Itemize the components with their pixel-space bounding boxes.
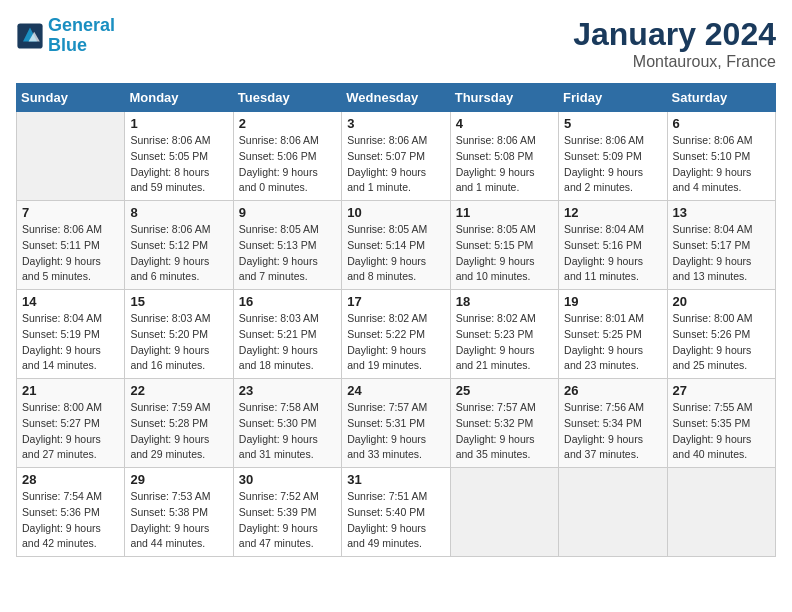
day-number: 6: [673, 116, 770, 131]
day-number: 11: [456, 205, 553, 220]
day-info: Sunrise: 8:00 AM Sunset: 5:26 PM Dayligh…: [673, 311, 770, 374]
day-info: Sunrise: 7:57 AM Sunset: 5:31 PM Dayligh…: [347, 400, 444, 463]
logo-line1: General: [48, 15, 115, 35]
calendar-cell: 22Sunrise: 7:59 AM Sunset: 5:28 PM Dayli…: [125, 379, 233, 468]
title-area: January 2024 Montauroux, France: [573, 16, 776, 71]
day-number: 14: [22, 294, 119, 309]
day-info: Sunrise: 8:06 AM Sunset: 5:05 PM Dayligh…: [130, 133, 227, 196]
day-number: 19: [564, 294, 661, 309]
day-number: 4: [456, 116, 553, 131]
day-number: 20: [673, 294, 770, 309]
day-info: Sunrise: 8:02 AM Sunset: 5:23 PM Dayligh…: [456, 311, 553, 374]
day-info: Sunrise: 7:56 AM Sunset: 5:34 PM Dayligh…: [564, 400, 661, 463]
day-info: Sunrise: 8:00 AM Sunset: 5:27 PM Dayligh…: [22, 400, 119, 463]
day-number: 12: [564, 205, 661, 220]
day-number: 7: [22, 205, 119, 220]
calendar-cell: 17Sunrise: 8:02 AM Sunset: 5:22 PM Dayli…: [342, 290, 450, 379]
calendar-subtitle: Montauroux, France: [573, 53, 776, 71]
day-number: 17: [347, 294, 444, 309]
week-row-3: 21Sunrise: 8:00 AM Sunset: 5:27 PM Dayli…: [17, 379, 776, 468]
day-info: Sunrise: 8:01 AM Sunset: 5:25 PM Dayligh…: [564, 311, 661, 374]
week-row-4: 28Sunrise: 7:54 AM Sunset: 5:36 PM Dayli…: [17, 468, 776, 557]
day-info: Sunrise: 7:53 AM Sunset: 5:38 PM Dayligh…: [130, 489, 227, 552]
day-info: Sunrise: 8:06 AM Sunset: 5:10 PM Dayligh…: [673, 133, 770, 196]
calendar-cell: 31Sunrise: 7:51 AM Sunset: 5:40 PM Dayli…: [342, 468, 450, 557]
day-number: 26: [564, 383, 661, 398]
calendar-title: January 2024: [573, 16, 776, 53]
calendar-body: 1Sunrise: 8:06 AM Sunset: 5:05 PM Daylig…: [17, 112, 776, 557]
day-info: Sunrise: 8:03 AM Sunset: 5:20 PM Dayligh…: [130, 311, 227, 374]
header-cell-sunday: Sunday: [17, 84, 125, 112]
day-number: 31: [347, 472, 444, 487]
calendar-cell: 9Sunrise: 8:05 AM Sunset: 5:13 PM Daylig…: [233, 201, 341, 290]
week-row-1: 7Sunrise: 8:06 AM Sunset: 5:11 PM Daylig…: [17, 201, 776, 290]
calendar-cell: 5Sunrise: 8:06 AM Sunset: 5:09 PM Daylig…: [559, 112, 667, 201]
calendar-cell: 19Sunrise: 8:01 AM Sunset: 5:25 PM Dayli…: [559, 290, 667, 379]
day-number: 30: [239, 472, 336, 487]
calendar-cell: 6Sunrise: 8:06 AM Sunset: 5:10 PM Daylig…: [667, 112, 775, 201]
header: General Blue January 2024 Montauroux, Fr…: [16, 16, 776, 71]
calendar-cell: 15Sunrise: 8:03 AM Sunset: 5:20 PM Dayli…: [125, 290, 233, 379]
logo-line2: Blue: [48, 35, 87, 55]
calendar-cell: 25Sunrise: 7:57 AM Sunset: 5:32 PM Dayli…: [450, 379, 558, 468]
day-info: Sunrise: 8:06 AM Sunset: 5:07 PM Dayligh…: [347, 133, 444, 196]
day-number: 29: [130, 472, 227, 487]
calendar-table: SundayMondayTuesdayWednesdayThursdayFrid…: [16, 83, 776, 557]
day-number: 15: [130, 294, 227, 309]
day-number: 10: [347, 205, 444, 220]
day-info: Sunrise: 8:04 AM Sunset: 5:17 PM Dayligh…: [673, 222, 770, 285]
header-row: SundayMondayTuesdayWednesdayThursdayFrid…: [17, 84, 776, 112]
calendar-cell: 8Sunrise: 8:06 AM Sunset: 5:12 PM Daylig…: [125, 201, 233, 290]
calendar-cell: 12Sunrise: 8:04 AM Sunset: 5:16 PM Dayli…: [559, 201, 667, 290]
day-info: Sunrise: 8:04 AM Sunset: 5:16 PM Dayligh…: [564, 222, 661, 285]
day-number: 27: [673, 383, 770, 398]
day-number: 28: [22, 472, 119, 487]
calendar-cell: 30Sunrise: 7:52 AM Sunset: 5:39 PM Dayli…: [233, 468, 341, 557]
day-info: Sunrise: 7:52 AM Sunset: 5:39 PM Dayligh…: [239, 489, 336, 552]
calendar-cell: 2Sunrise: 8:06 AM Sunset: 5:06 PM Daylig…: [233, 112, 341, 201]
header-cell-wednesday: Wednesday: [342, 84, 450, 112]
calendar-cell: 7Sunrise: 8:06 AM Sunset: 5:11 PM Daylig…: [17, 201, 125, 290]
day-number: 16: [239, 294, 336, 309]
day-info: Sunrise: 8:03 AM Sunset: 5:21 PM Dayligh…: [239, 311, 336, 374]
calendar-cell: [450, 468, 558, 557]
day-number: 24: [347, 383, 444, 398]
day-number: 13: [673, 205, 770, 220]
day-number: 9: [239, 205, 336, 220]
calendar-header: SundayMondayTuesdayWednesdayThursdayFrid…: [17, 84, 776, 112]
day-info: Sunrise: 7:59 AM Sunset: 5:28 PM Dayligh…: [130, 400, 227, 463]
calendar-cell: [559, 468, 667, 557]
calendar-cell: 23Sunrise: 7:58 AM Sunset: 5:30 PM Dayli…: [233, 379, 341, 468]
logo-icon: [16, 22, 44, 50]
calendar-cell: 20Sunrise: 8:00 AM Sunset: 5:26 PM Dayli…: [667, 290, 775, 379]
calendar-cell: 28Sunrise: 7:54 AM Sunset: 5:36 PM Dayli…: [17, 468, 125, 557]
calendar-cell: 24Sunrise: 7:57 AM Sunset: 5:31 PM Dayli…: [342, 379, 450, 468]
header-cell-tuesday: Tuesday: [233, 84, 341, 112]
day-info: Sunrise: 8:05 AM Sunset: 5:13 PM Dayligh…: [239, 222, 336, 285]
calendar-cell: 11Sunrise: 8:05 AM Sunset: 5:15 PM Dayli…: [450, 201, 558, 290]
calendar-cell: 18Sunrise: 8:02 AM Sunset: 5:23 PM Dayli…: [450, 290, 558, 379]
day-number: 5: [564, 116, 661, 131]
day-info: Sunrise: 8:06 AM Sunset: 5:09 PM Dayligh…: [564, 133, 661, 196]
day-info: Sunrise: 8:06 AM Sunset: 5:06 PM Dayligh…: [239, 133, 336, 196]
day-info: Sunrise: 7:58 AM Sunset: 5:30 PM Dayligh…: [239, 400, 336, 463]
day-number: 3: [347, 116, 444, 131]
day-info: Sunrise: 8:06 AM Sunset: 5:11 PM Dayligh…: [22, 222, 119, 285]
day-info: Sunrise: 7:54 AM Sunset: 5:36 PM Dayligh…: [22, 489, 119, 552]
calendar-cell: 13Sunrise: 8:04 AM Sunset: 5:17 PM Dayli…: [667, 201, 775, 290]
day-info: Sunrise: 8:06 AM Sunset: 5:12 PM Dayligh…: [130, 222, 227, 285]
header-cell-monday: Monday: [125, 84, 233, 112]
day-info: Sunrise: 8:06 AM Sunset: 5:08 PM Dayligh…: [456, 133, 553, 196]
header-cell-friday: Friday: [559, 84, 667, 112]
calendar-cell: 26Sunrise: 7:56 AM Sunset: 5:34 PM Dayli…: [559, 379, 667, 468]
day-info: Sunrise: 7:55 AM Sunset: 5:35 PM Dayligh…: [673, 400, 770, 463]
calendar-cell: 27Sunrise: 7:55 AM Sunset: 5:35 PM Dayli…: [667, 379, 775, 468]
day-info: Sunrise: 7:57 AM Sunset: 5:32 PM Dayligh…: [456, 400, 553, 463]
day-info: Sunrise: 8:04 AM Sunset: 5:19 PM Dayligh…: [22, 311, 119, 374]
calendar-cell: 1Sunrise: 8:06 AM Sunset: 5:05 PM Daylig…: [125, 112, 233, 201]
day-info: Sunrise: 8:05 AM Sunset: 5:15 PM Dayligh…: [456, 222, 553, 285]
day-number: 23: [239, 383, 336, 398]
calendar-cell: 14Sunrise: 8:04 AM Sunset: 5:19 PM Dayli…: [17, 290, 125, 379]
day-number: 21: [22, 383, 119, 398]
day-number: 2: [239, 116, 336, 131]
